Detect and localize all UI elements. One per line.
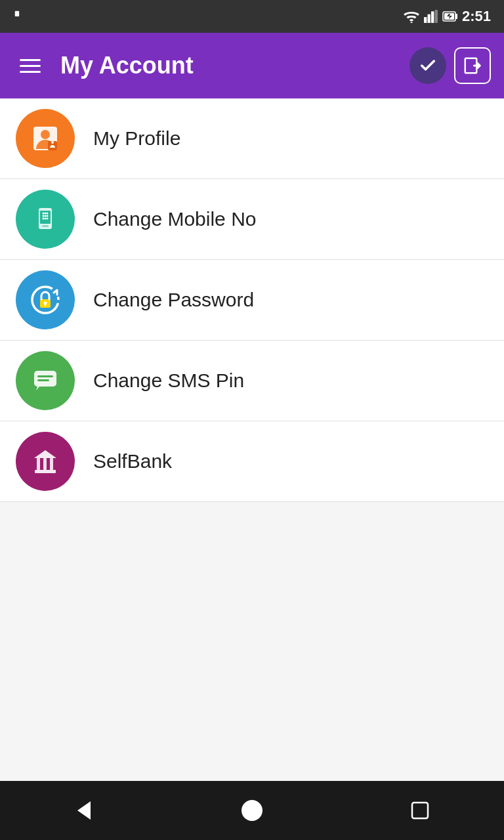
status-bar-left: [13, 9, 28, 24]
menu-item-change-sms-pin[interactable]: Change SMS Pin: [0, 341, 504, 421]
svg-point-13: [51, 141, 54, 144]
top-bar-actions: [410, 47, 491, 84]
svg-rect-7: [455, 14, 457, 19]
content-filler: [0, 502, 504, 781]
svg-rect-37: [35, 470, 56, 473]
svg-marker-38: [77, 801, 91, 820]
svg-point-18: [45, 213, 47, 215]
change-mobile-label: Change Mobile No: [93, 208, 256, 230]
svg-rect-16: [42, 225, 49, 227]
svg-rect-34: [37, 458, 40, 470]
profile-icon: [16, 109, 75, 168]
change-password-label: Change Password: [93, 289, 254, 311]
svg-rect-35: [43, 458, 47, 470]
status-bar: 2:51: [0, 0, 504, 33]
my-profile-label: My Profile: [93, 127, 180, 150]
svg-rect-3: [427, 14, 430, 23]
status-bar-right: 2:51: [403, 8, 491, 25]
password-icon: [16, 270, 75, 329]
svg-point-24: [45, 218, 47, 220]
back-button[interactable]: [68, 794, 100, 827]
svg-rect-36: [50, 458, 53, 470]
menu-item-change-mobile[interactable]: Change Mobile No: [0, 179, 504, 260]
top-bar: My Account: [0, 33, 504, 98]
svg-point-21: [45, 215, 47, 217]
svg-point-20: [43, 215, 45, 217]
svg-rect-0: [15, 11, 19, 16]
svg-point-23: [43, 218, 45, 220]
mobile-icon: [16, 190, 75, 249]
battery-icon: [442, 10, 458, 23]
selfbank-label: SelfBank: [93, 450, 172, 472]
change-sms-pin-label: Change SMS Pin: [93, 369, 244, 392]
svg-point-17: [43, 213, 45, 215]
menu-list: My Profile Change Mobile No: [0, 98, 504, 781]
hamburger-button[interactable]: [13, 52, 47, 79]
svg-rect-4: [431, 11, 434, 23]
sms-icon: [16, 351, 75, 410]
svg-rect-29: [45, 303, 46, 306]
logout-button[interactable]: [454, 47, 491, 84]
svg-rect-40: [412, 803, 428, 818]
svg-point-39: [242, 800, 262, 821]
svg-rect-32: [37, 379, 49, 381]
menu-item-change-password[interactable]: Change Password: [0, 260, 504, 341]
bank-icon: [16, 432, 75, 491]
svg-point-19: [47, 213, 49, 215]
svg-rect-31: [37, 375, 53, 377]
svg-point-11: [41, 130, 50, 139]
menu-item-selfbank[interactable]: SelfBank: [0, 421, 504, 502]
wifi-icon: [403, 10, 420, 23]
home-button[interactable]: [236, 794, 268, 827]
svg-rect-30: [34, 371, 56, 387]
svg-rect-5: [434, 10, 437, 23]
svg-point-1: [410, 22, 412, 23]
signal-icon: [424, 10, 438, 23]
svg-marker-33: [34, 450, 56, 458]
recent-apps-button[interactable]: [404, 794, 436, 827]
page-title: My Account: [60, 52, 410, 79]
svg-point-25: [47, 218, 49, 220]
svg-point-22: [47, 215, 49, 217]
confirm-button[interactable]: [410, 47, 446, 84]
status-time: 2:51: [462, 8, 491, 25]
svg-rect-2: [424, 17, 427, 23]
bottom-nav: [0, 781, 504, 840]
menu-item-my-profile[interactable]: My Profile: [0, 98, 504, 179]
